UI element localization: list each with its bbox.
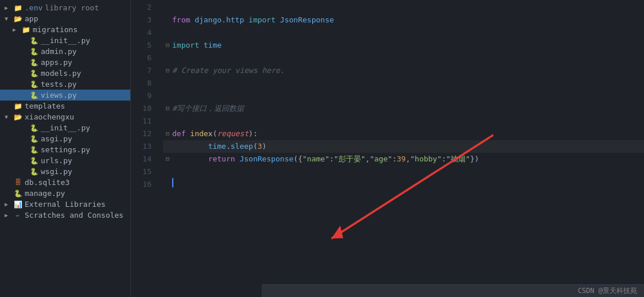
sidebar-item-init2[interactable]: 🐍 __init__.py — [0, 122, 130, 133]
code-punc: ) — [262, 140, 267, 153]
sidebar-item-tests[interactable]: 🐍 tests.py — [0, 79, 130, 90]
code-string: 彭于晏 — [339, 153, 361, 165]
code-content[interactable]: from django.http import JsonResponse ⊟ i… — [158, 0, 644, 297]
sidebar-item-app[interactable]: ▼ 📂 app — [0, 13, 130, 24]
code-text — [190, 14, 195, 26]
code-punc: ( — [253, 140, 258, 153]
sidebar-item-external-libs[interactable]: ▶ 📊 External Libraries — [0, 199, 130, 210]
sidebar-item-label: External Libraries — [25, 200, 106, 209]
sidebar-item-label: urls.py — [41, 156, 72, 165]
arrow-icon: ▶ — [5, 201, 13, 207]
py-file-icon: 🐍 — [29, 70, 39, 78]
sidebar-item-label: xiaochengxu — [25, 113, 74, 121]
sidebar-item-init1[interactable]: 🐍 __init__.py — [0, 35, 130, 46]
editor-lines-container: 2 3 4 5 6 7 8 9 10 11 12 13 14 15 16 — [131, 0, 644, 297]
code-punc: ): — [249, 128, 258, 140]
sidebar-item-views[interactable]: 🐍 views.py — [0, 90, 130, 101]
code-number: 3 — [258, 140, 262, 153]
sidebar-item-urls[interactable]: 🐍 urls.py — [0, 155, 130, 166]
sidebar-item-scratches[interactable]: ▶ ✏️ Scratches and Consoles — [0, 210, 130, 221]
sidebar-item-migrations[interactable]: ▶ 📁 migrations — [0, 24, 130, 35]
sidebar-item-apps[interactable]: 🐍 apps.py — [0, 57, 130, 68]
line-fold-marker: ⊟ — [163, 153, 172, 165]
sidebar-item-db[interactable]: 🗄 db.sqlite3 — [0, 177, 130, 188]
code-text — [172, 90, 177, 102]
code-text — [235, 153, 240, 165]
line-num: 8 — [131, 77, 152, 90]
line-fold-marker: ⊟ — [163, 64, 172, 77]
code-keyword: from — [172, 14, 190, 26]
folder-open-icon: 📂 — [13, 113, 23, 121]
code-module: django.http — [195, 14, 244, 26]
db-file-icon: 🗄 — [13, 179, 23, 187]
code-keyword: def — [172, 128, 185, 140]
py-file-icon: 🐍 — [29, 135, 39, 143]
code-text — [185, 128, 190, 140]
line-num: 16 — [131, 178, 152, 191]
code-text — [199, 39, 204, 52]
code-text — [172, 52, 177, 64]
code-text: " — [334, 153, 339, 165]
arrow-icon: ▶ — [5, 212, 13, 218]
sidebar-item-label: asgi.py — [41, 134, 72, 143]
line-numbers: 2 3 4 5 6 7 8 9 10 11 12 13 14 15 16 — [131, 0, 158, 297]
sidebar-item-label: Scratches and Consoles — [25, 211, 123, 219]
line-num: 6 — [131, 52, 152, 64]
code-line-16 — [163, 178, 644, 187]
sidebar-item-templates[interactable]: 📁 templates — [0, 101, 130, 111]
folder-icon: 📁 — [13, 102, 23, 110]
code-line-5: ⊟ import time — [163, 39, 644, 52]
py-file-icon: 🐍 — [29, 59, 39, 67]
code-line-6 — [163, 52, 644, 64]
line-fold-marker: ⊟ — [163, 39, 172, 52]
sidebar-item-label: templates — [25, 102, 65, 110]
code-punc: ({" — [293, 153, 307, 165]
sidebar-item-env[interactable]: ▶ 📁 .env library root — [0, 2, 130, 13]
code-module: time — [208, 140, 226, 153]
code-editor[interactable]: 2 3 4 5 6 7 8 9 10 11 12 13 14 15 16 — [131, 0, 644, 297]
code-string: 抽烟 — [451, 153, 465, 165]
code-punc: ," — [406, 153, 415, 165]
code-param: request — [217, 128, 249, 140]
code-keyword: import — [249, 14, 276, 26]
code-line-10: ⊟ #写个接口，返回数据 — [163, 102, 644, 115]
sidebar-item-label: manage.py — [25, 189, 65, 198]
line-num: 5 — [131, 39, 152, 52]
status-label: CSDN @景天科技苑 — [578, 286, 637, 296]
py-file-icon: 🐍 — [29, 48, 39, 56]
sidebar-item-manage[interactable]: 🐍 manage.py — [0, 188, 130, 199]
code-number: 39 — [397, 153, 406, 165]
line-num: 15 — [131, 165, 152, 178]
py-file-icon: 🐍 — [29, 80, 39, 88]
py-file-icon: 🐍 — [29, 168, 39, 176]
sidebar-item-settings[interactable]: 🐍 settings.py — [0, 144, 130, 155]
sidebar-item-xiaochengxu[interactable]: ▼ 📂 xiaochengxu — [0, 111, 130, 122]
code-text: "}) — [465, 153, 479, 165]
code-punc: ": — [325, 153, 334, 165]
code-text — [172, 26, 177, 39]
code-text — [244, 14, 249, 26]
line-num: 3 — [131, 14, 152, 26]
text-cursor — [172, 178, 173, 187]
sidebar-item-label: app — [25, 14, 38, 23]
sidebar-item-asgi[interactable]: 🐍 asgi.py — [0, 133, 130, 144]
sidebar-item-label: tests.py — [41, 80, 77, 88]
code-text: " — [446, 153, 451, 165]
py-file-icon: 🐍 — [29, 146, 39, 154]
code-line-4 — [163, 26, 644, 39]
sidebar-item-wsgi[interactable]: 🐍 wsgi.py — [0, 166, 130, 177]
sidebar-item-admin[interactable]: 🐍 admin.py — [0, 46, 130, 57]
sidebar-item-label: models.py — [41, 69, 81, 78]
folder-icon: 📁 — [21, 26, 31, 34]
line-num: 4 — [131, 26, 152, 39]
line-num: 12 — [131, 128, 152, 140]
sidebar-item-label: migrations — [33, 25, 77, 34]
line-num: 9 — [131, 90, 152, 102]
code-name: JsonResponse — [280, 14, 334, 26]
code-line-15 — [163, 165, 644, 178]
code-name: time — [204, 39, 222, 52]
sidebar-item-label: db.sqlite3 — [25, 178, 69, 187]
code-text — [172, 115, 177, 128]
code-punc: . — [226, 140, 231, 153]
sidebar-item-models[interactable]: 🐍 models.py — [0, 68, 130, 79]
